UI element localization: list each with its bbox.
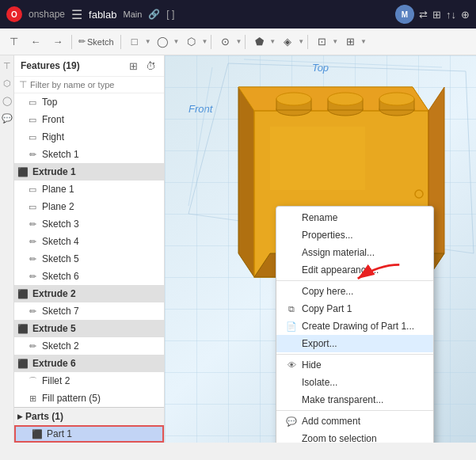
toolbar-extra-btn[interactable]: ⊞ [340,32,360,52]
sketch-button[interactable]: ✏ Sketch [75,32,117,52]
cm-separator-3 [276,410,433,411]
toolbar-section-group: ⊡ ▼ [311,32,338,52]
feature-item-sketch6[interactable]: ✏ Sketch 6 [14,268,164,285]
toolbar-display-btn[interactable]: ⬟ [249,32,269,52]
viewport[interactable]: Top Front [165,55,476,443]
top-right-icon-3[interactable]: ↑↓ [446,9,456,21]
cm-item-assign-material[interactable]: Assign material... [276,244,433,261]
feature-item-plane1[interactable]: ▭ Plane 1 [14,181,164,198]
feature-item-sketch2[interactable]: ✏ Sketch 2 [14,337,164,355]
top-right-icon-4[interactable]: ⊕ [461,9,470,21]
feature-item-sketch4[interactable]: ✏ Sketch 4 [14,233,164,250]
cm-item-export[interactable]: Export... [276,335,433,352]
toolbar-view-arrow[interactable]: ▼ [235,38,242,45]
toolbar-hex-arrow[interactable]: ▼ [201,38,208,45]
side-icon-2[interactable]: ⬡ [2,78,13,89]
toolbar-section-btn[interactable]: ⊡ [311,32,332,52]
feature-item-sketch5[interactable]: ✏ Sketch 5 [14,250,164,268]
svg-point-12 [276,103,311,116]
cm-item-properties[interactable]: Properties... [276,226,433,244]
feature-item-extrude6[interactable]: ⬛ Extrude 6 [14,355,164,372]
feature-item-fillpattern5[interactable]: ⊞ Fill pattern (5) [14,390,164,407]
cm-item-hide[interactable]: 👁 Hide [276,356,433,374]
app-title: fablab [89,9,116,21]
svg-marker-6 [238,87,428,111]
svg-line-2 [466,71,474,253]
sketch-icon-1: ✏ [27,149,38,160]
feature-list[interactable]: ▭ Top ▭ Front ▭ Right ✏ Sketch 1 ⬛ Ext [14,93,164,407]
toolbar-display-arrow[interactable]: ▼ [269,38,276,45]
toolbar-filter-btn[interactable]: ⊤ [3,32,24,52]
feature-item-sketch1[interactable]: ✏ Sketch 1 [14,146,164,163]
sketch-icon-5: ✏ [27,253,38,264]
toolbar-extra-group: ⊞ ▼ [340,32,367,52]
toolbar-hex-btn[interactable]: ⬡ [181,32,201,52]
filter-row: ⊤ [14,77,164,93]
feature-item-front[interactable]: ▭ Front [14,111,164,128]
side-icon-3[interactable]: ◯ [2,95,13,106]
svg-marker-7 [238,87,254,277]
feature-item-right[interactable]: ▭ Right [14,128,164,146]
top-right-icon-1[interactable]: ⇄ [419,9,428,21]
svg-line-5 [188,67,212,206]
sketch-icon: ✏ [78,36,86,47]
toolbar-back-btn[interactable]: ← [25,32,46,52]
cm-item-zoom-to-selection[interactable]: Zoom to selection [276,430,433,443]
svg-point-18 [379,103,414,116]
cm-item-rename[interactable]: Rename [276,209,433,226]
feature-item-extrude5[interactable]: ⬛ Extrude 5 [14,320,164,337]
svg-line-0 [228,63,466,71]
feature-item-fillet2[interactable]: ⌒ Fillet 2 [14,372,164,390]
toolbar-curve-group: ◯ ▼ [153,32,180,52]
side-icon-1[interactable]: ⊤ [2,60,13,71]
feature-item-extrude1[interactable]: ⬛ Extrude 1 [14,163,164,181]
features-clock-icon[interactable]: ⏱ [143,59,158,73]
toolbar-curve-btn[interactable]: ◯ [153,32,173,52]
feature-item-top[interactable]: ▭ Top [14,93,164,111]
toolbar-section-arrow[interactable]: ▼ [332,38,338,45]
viewport-label-top: Top [312,62,329,74]
svg-rect-13 [276,99,311,110]
side-icon-4[interactable]: 💬 [2,112,13,124]
feature-item-extrude2[interactable]: ⬛ Extrude 2 [14,285,164,302]
features-grid-icon[interactable]: ⊞ [126,59,140,73]
features-header: Features (19) ⊞ ⏱ [14,55,164,77]
app-name-label: onshape [29,9,65,20]
cm-item-create-drawing[interactable]: 📄 Create Drawing of Part 1... [276,317,433,335]
svg-rect-16 [328,99,363,110]
svg-marker-22 [270,127,365,190]
link-icon: 🔗 [148,9,160,20]
toolbar-forward-btn[interactable]: → [48,32,68,52]
parts-title: Parts (1) [25,411,63,422]
app-wrapper: O onshape ☰ fablab Main 🔗 [ ] M ⇄ ⊞ ↑↓ ⊕… [0,0,476,460]
toolbar-rect-btn[interactable]: □ [124,32,145,52]
toolbar-render-group: ◈ ▼ [277,32,304,52]
part-item-part1[interactable]: ⬛ Part 1 [14,425,164,443]
feature-item-sketch7[interactable]: ✏ Sketch 7 [14,302,164,320]
cm-separator-2 [276,354,433,355]
cm-item-make-transparent[interactable]: Make transparent... [276,391,433,409]
menu-icon[interactable]: ☰ [71,7,82,22]
top-right-icon-2[interactable]: ⊞ [432,9,441,21]
toolbar-separator-5 [307,35,308,49]
cm-item-isolate[interactable]: Isolate... [276,374,433,391]
toolbar-view-btn[interactable]: ⊙ [215,32,235,52]
top-bar: O onshape ☰ fablab Main 🔗 [ ] M ⇄ ⊞ ↑↓ ⊕ [0,0,476,29]
sketch-icon-3: ✏ [27,219,38,230]
toolbar-rect-arrow[interactable]: ▼ [145,38,151,45]
cm-item-copy-part1[interactable]: ⧉ Copy Part 1 [276,300,433,317]
toolbar-curve-arrow[interactable]: ▼ [173,38,180,45]
cm-item-add-comment[interactable]: 💬 Add comment [276,412,433,430]
svg-point-14 [276,93,311,105]
parts-header[interactable]: ▸ Parts (1) [14,408,164,425]
filter-input[interactable] [30,80,159,89]
toolbar-extra-arrow[interactable]: ▼ [360,38,367,45]
toolbar-render-arrow[interactable]: ▼ [298,38,304,45]
extrude-icon-1: ⬛ [17,166,29,177]
plane-icon-right: ▭ [27,131,38,143]
copy-part1-icon: ⧉ [286,303,297,314]
make-transparent-icon [286,394,297,405]
feature-item-plane2[interactable]: ▭ Plane 2 [14,198,164,215]
feature-item-sketch3[interactable]: ✏ Sketch 3 [14,215,164,233]
toolbar-render-btn[interactable]: ◈ [277,32,298,52]
